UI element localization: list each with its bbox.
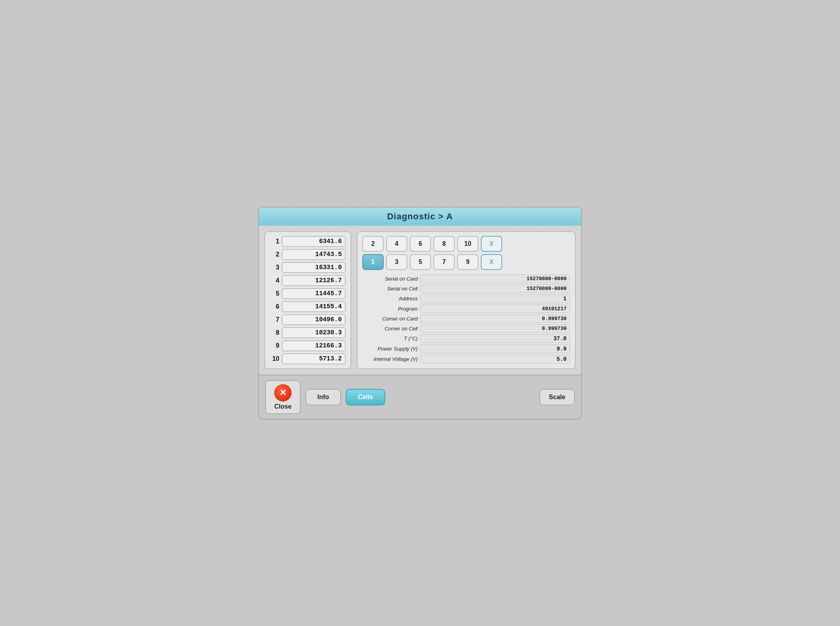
cell-selector: 246810X 13579X [362,236,570,270]
channel-number: 4 [270,277,279,284]
channel-value[interactable]: 11445.7 [282,288,346,299]
channel-row: 710496.0 [270,314,346,325]
scale-button[interactable]: Scale [539,389,575,405]
channel-number: 1 [270,238,279,245]
cell-button-bottom-x[interactable]: X [481,254,502,270]
channel-number: 10 [270,355,279,362]
cells-button[interactable]: Cells [346,389,385,405]
cell-row-bottom: 13579X [362,254,570,270]
right-panel: 246810X 13579X Serial on Card15270080-00… [357,231,576,369]
channel-value[interactable]: 12126.7 [282,275,346,286]
info-row: Internal Voltage (V)5.0 [362,355,570,364]
info-row: Corner on Cell0.999730 [362,324,570,333]
channel-row: 105713.2 [270,353,346,364]
info-value: 15270080-0000 [420,285,570,293]
cell-button-bottom-5[interactable]: 5 [410,254,431,270]
info-label: Program [362,306,418,312]
bottom-bar: ✕ Close Info Cells Scale [259,375,581,419]
info-row: Program49101217 [362,305,570,313]
info-row: Serial on Card15270080-0000 [362,275,570,283]
cell-button-top-2[interactable]: 2 [362,236,384,252]
info-value: 5.0 [420,355,570,364]
cell-button-bottom-3[interactable]: 3 [386,254,407,270]
channel-number: 3 [270,264,279,271]
main-window: Diagnostic > A 16341.6214743.5316331.041… [258,207,582,420]
info-label: Internal Voltage (V) [362,356,418,362]
cell-button-top-4[interactable]: 4 [386,236,407,252]
channel-value[interactable]: 10230.3 [282,327,346,338]
close-label: Close [274,403,292,410]
channel-value[interactable]: 16331.0 [282,262,346,273]
channel-number: 6 [270,303,279,310]
info-label: Serial on Cell [362,286,418,292]
info-value: 49101217 [420,305,570,313]
content-area: 16341.6214743.5316331.0412126.7511445.76… [259,226,581,375]
info-label: T (°C) [362,336,418,341]
info-button[interactable]: Info [305,389,341,405]
info-row: T (°C)37.0 [362,334,570,343]
cell-button-top-10[interactable]: 10 [457,236,478,252]
info-label: Address [362,296,418,302]
channel-value[interactable]: 6341.6 [282,236,346,247]
channel-row: 614155.4 [270,301,346,312]
channel-row: 912166.3 [270,340,346,351]
channel-number: 7 [270,316,279,323]
info-row: Serial on Cell15270080-0000 [362,285,570,293]
page-title: Diagnostic > A [387,211,453,221]
channel-row: 16341.6 [270,236,346,247]
info-row: Address1 [362,294,570,303]
channel-row: 214743.5 [270,249,346,260]
channel-number: 5 [270,290,279,297]
channel-value[interactable]: 14743.5 [282,249,346,260]
info-section: Serial on Card15270080-0000Serial on Cel… [362,275,570,364]
info-value: 1 [420,294,570,303]
cell-button-top-6[interactable]: 6 [410,236,431,252]
info-label: Serial on Card [362,276,418,282]
close-icon: ✕ [274,384,292,402]
cell-button-top-8[interactable]: 8 [433,236,455,252]
info-label: Power Supply (V) [362,346,418,352]
info-value: 15270080-0000 [420,275,570,283]
cell-row-top: 246810X [362,236,570,252]
cell-button-top-x[interactable]: X [481,236,502,252]
cell-button-bottom-1[interactable]: 1 [362,254,384,270]
left-panel: 16341.6214743.5316331.0412126.7511445.76… [264,231,351,369]
channel-row: 412126.7 [270,275,346,286]
info-row: Power Supply (V)9.9 [362,345,570,353]
channel-value[interactable]: 10496.0 [282,314,346,325]
cell-button-bottom-9[interactable]: 9 [457,254,478,270]
info-label: Corner on Cell [362,326,418,332]
info-label: Corner on Card [362,316,418,322]
channel-number: 9 [270,342,279,349]
channel-row: 316331.0 [270,262,346,273]
cell-button-bottom-7[interactable]: 7 [433,254,455,270]
close-button[interactable]: ✕ Close [265,380,301,414]
info-value: 37.0 [420,334,570,343]
title-bar: Diagnostic > A [259,207,581,226]
channel-value[interactable]: 5713.2 [282,353,346,364]
channel-number: 8 [270,329,279,336]
info-value: 0.999730 [420,324,570,333]
channel-value[interactable]: 12166.3 [282,340,346,351]
channel-row: 810230.3 [270,327,346,338]
channel-number: 2 [270,251,279,258]
channel-row: 511445.7 [270,288,346,299]
info-value: 0.999730 [420,315,570,323]
info-row: Corner on Card0.999730 [362,315,570,323]
channel-value[interactable]: 14155.4 [282,301,346,312]
info-value: 9.9 [420,345,570,353]
